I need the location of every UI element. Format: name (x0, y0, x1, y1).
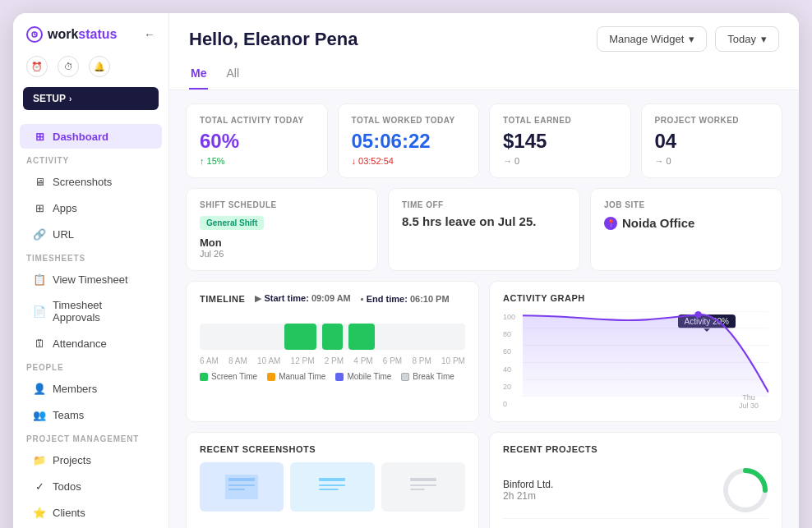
svg-rect-11 (228, 478, 255, 481)
attendance-icon: 🗓 (33, 337, 46, 350)
screenshots-grid (200, 462, 465, 512)
location-dot-icon: 📍 (604, 217, 617, 230)
jobsite-value: 📍 Noida Office (604, 216, 768, 230)
sidebar-item-dashboard[interactable]: ⊞ Dashboard (20, 124, 162, 149)
second-row: SHIFT SCHEDULE General Shift Mon Jul 26 … (186, 188, 782, 271)
jobsite-label: JOB SITE (604, 200, 768, 209)
legend-screen-time: Screen Time (200, 372, 257, 381)
manual-time-dot (267, 373, 275, 381)
chevron-down-icon: ▾ (689, 33, 694, 45)
tab-all[interactable]: All (224, 62, 241, 90)
project-name: Binford Ltd. 2h 21m (503, 479, 553, 502)
screenshots-header: RECENT SCREENSHOTS (200, 444, 465, 454)
apps-icon: ⊞ (33, 201, 46, 214)
sidebar-item-screenshots[interactable]: 🖥 Screenshots (20, 169, 162, 194)
sidebar-item-attendance[interactable]: 🗓 Attendance (20, 331, 162, 356)
timeline-end: ▪ End time: 06:10 PM (361, 294, 450, 304)
timeline-bar-2 (322, 324, 344, 350)
activity-graph: Activity 20% 100 80 60 40 20 0 (503, 311, 768, 410)
worked-sub: ↓ 03:52:54 (352, 156, 466, 166)
dashboard-content: TOTAL ACTIVITY TODAY 60% ↑ 15% TOTAL WOR… (169, 90, 799, 528)
third-row: TIMELINE ▶ Start time: 09:09 AM ▪ End ti… (186, 281, 782, 422)
svg-rect-12 (228, 484, 255, 486)
approvals-icon: 📄 (33, 305, 46, 318)
timeline-bar-3 (348, 324, 375, 350)
header-actions: Manage Widget ▾ Today ▾ (597, 26, 779, 52)
timeline-track (200, 324, 465, 350)
today-button[interactable]: Today ▾ (715, 26, 779, 52)
collapse-button[interactable]: ← (144, 28, 155, 41)
timeline-header: TIMELINE ▶ Start time: 09:09 AM ▪ End ti… (200, 293, 465, 304)
stat-card-project-worked: PROJECT WORKED 04 → 0 (641, 103, 783, 178)
timer-icon-btn[interactable]: ⏰ (26, 56, 48, 77)
legend-mobile-time: Mobile Time (335, 372, 391, 381)
main-content: Hello, Eleanor Pena Manage Widget ▾ Toda… (169, 13, 799, 528)
sidebar-item-apps[interactable]: ⊞ Apps (20, 195, 162, 220)
main-header: Hello, Eleanor Pena Manage Widget ▾ Toda… (169, 13, 799, 90)
sidebar-item-todos[interactable]: ✓ Todos (20, 474, 162, 498)
clock-icon-btn[interactable]: ⏱ (58, 56, 79, 77)
svg-line-2 (35, 34, 36, 35)
project-worked-value: 04 (655, 130, 769, 153)
clients-icon: ⭐ (33, 506, 46, 519)
screen-time-dot (200, 373, 208, 381)
activity-sub: ↑ 15% (200, 156, 314, 166)
manage-widget-button[interactable]: Manage Widget ▾ (597, 26, 707, 52)
activity-value: 60% (200, 130, 314, 153)
graph-y-labels: 100 80 60 40 20 0 (503, 311, 515, 410)
sidebar-item-timesheet-approvals[interactable]: 📄 Timesheet Approvals (20, 293, 162, 329)
sidebar-item-members[interactable]: 👤 Members (20, 376, 162, 401)
screenshots-icon: 🖥 (33, 175, 46, 188)
setup-button[interactable]: SETUP › (23, 87, 159, 110)
worked-label: TOTAL WORKED TODAY (352, 116, 466, 125)
stat-card-activity: TOTAL ACTIVITY TODAY 60% ↑ 15% (186, 103, 328, 178)
jobsite-card: JOB SITE 📍 Noida Office (590, 188, 782, 271)
worked-value: 05:06:22 (352, 130, 466, 153)
sidebar-item-clients[interactable]: ⭐ Clients (20, 500, 162, 525)
graph-x-label: ThuJul 30 (739, 393, 759, 410)
activity-header: ACTIVITY GRAPH (503, 293, 768, 303)
stat-cards: TOTAL ACTIVITY TODAY 60% ↑ 15% TOTAL WOR… (186, 103, 782, 178)
svg-rect-19 (410, 478, 436, 481)
bell-icon-btn[interactable]: 🔔 (89, 56, 110, 77)
projects-header: RECENT PROJECTS (503, 444, 768, 454)
project-mgmt-section-label: PROJECT MANAGEMENT (13, 428, 168, 447)
header-top: Hello, Eleanor Pena Manage Widget ▾ Toda… (189, 26, 779, 52)
page-title: Hello, Eleanor Pena (189, 29, 358, 50)
logo: workstatus (26, 26, 117, 43)
timeline-card: TIMELINE ▶ Start time: 09:09 AM ▪ End ti… (186, 281, 479, 422)
setup-arrow-icon: › (69, 94, 72, 103)
projects-icon: 📁 (33, 453, 46, 466)
svg-rect-16 (319, 484, 345, 486)
sidebar-item-url[interactable]: 🔗 URL (20, 222, 162, 246)
svg-rect-17 (319, 489, 339, 490)
svg-rect-20 (410, 484, 436, 486)
timesheets-section-label: TIMESHEETS (13, 247, 168, 266)
timeoff-value: 8.5 hrs leave on Jul 25. (402, 214, 566, 228)
activity-card: ACTIVITY GRAPH Activity 20% 100 80 60 40… (489, 281, 782, 422)
project-worked-sub: → 0 (655, 156, 769, 166)
legend-break-time: Break Time (401, 372, 454, 381)
mobile-time-dot (335, 373, 344, 381)
tab-me[interactable]: Me (189, 62, 208, 90)
shift-card: SHIFT SCHEDULE General Shift Mon Jul 26 (186, 188, 378, 271)
sidebar-item-view-timesheet[interactable]: 📋 View Timesheet (20, 267, 162, 292)
sidebar-item-teams[interactable]: 👥 Teams (20, 402, 162, 427)
svg-rect-15 (319, 478, 345, 481)
svg-point-9 (694, 311, 702, 318)
earned-sub: → 0 (503, 156, 617, 166)
timeline-labels: 6 AM 8 AM 10 AM 12 PM 2 PM 4 PM 6 PM 8 P… (200, 356, 465, 365)
sidebar-item-projects[interactable]: 📁 Projects (20, 448, 162, 472)
timeoff-card: TIME OFF 8.5 hrs leave on Jul 25. (388, 188, 580, 271)
stat-card-worked: TOTAL WORKED TODAY 05:06:22 ↓ 03:52:54 (338, 103, 480, 178)
sidebar: workstatus ← ⏰ ⏱ 🔔 SETUP › ⊞ Dashboard A… (13, 13, 169, 528)
earned-value: $145 (503, 130, 617, 153)
bottom-row: RECENT SCREENSHOTS RECENT P (186, 432, 782, 528)
earned-label: TOTAL EARNED (503, 116, 617, 125)
people-section-label: PEOPLE (13, 356, 168, 375)
timeline-start: ▶ Start time: 09:09 AM (255, 293, 350, 304)
screenshot-thumb-3 (381, 462, 465, 512)
break-time-dot (401, 373, 409, 381)
tabs: Me All (189, 62, 779, 90)
svg-rect-13 (228, 489, 245, 490)
